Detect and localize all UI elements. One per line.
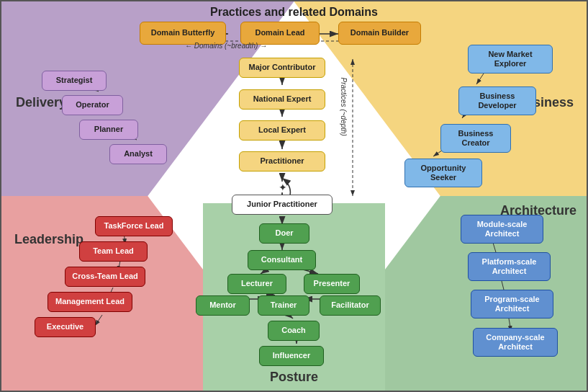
mentor-node: Mentor (196, 295, 250, 316)
practices-label: Practices (~depth) (340, 78, 348, 136)
business-developer-node: Business Developer (458, 86, 536, 115)
main-container: Practices and related Domains Delivery B… (0, 0, 588, 392)
national-expert-node: National Expert (239, 89, 325, 110)
opportunity-seeker-node: Opportunity Seeker (404, 159, 482, 187)
domains-label: ← Domains (~breadth) → (185, 42, 267, 50)
page-title: Practices and related Domains (1, 6, 587, 19)
strategist-node: Strategist (42, 71, 107, 91)
executive-node: Executive (35, 317, 96, 337)
module-architect-node: Module-scale Architect (461, 215, 543, 244)
program-architect-node: Program-scale Architect (471, 290, 553, 318)
practitioner-node: Practitioner (239, 151, 325, 172)
domain-builder-node: Domain Builder (338, 22, 421, 45)
coach-node: Coach (268, 321, 320, 341)
presenter-node: Presenter (304, 274, 360, 294)
consultant-node: Consultant (248, 250, 316, 270)
planner-node: Planner (79, 120, 138, 140)
influencer-node: Influencer (259, 346, 324, 366)
lecturer-node: Lecturer (227, 274, 286, 294)
business-creator-node: Business Creator (440, 124, 511, 153)
taskforce-lead-node: TaskForce Lead (95, 216, 173, 236)
local-expert-node: Local Expert (239, 120, 325, 141)
doer-node: Doer (259, 223, 309, 244)
leadership-label: Leadership (14, 232, 83, 247)
platform-architect-node: Platform-scale Architect (468, 252, 551, 281)
junior-practitioner-node: Junior Practitioner (232, 195, 333, 215)
company-architect-node: Company-scale Architect (473, 328, 558, 357)
analyst-node: Analyst (109, 144, 167, 164)
new-market-explorer-node: New Market Explorer (468, 45, 553, 74)
trainer-node: Trainer (258, 295, 309, 316)
cross-team-lead-node: Cross-Team Lead (65, 267, 145, 287)
facilitator-node: Facilitator (320, 295, 381, 316)
delivery-label: Delivery (16, 95, 66, 110)
operator-node: Operator (62, 95, 123, 115)
team-lead-node: Team Lead (79, 241, 148, 262)
star-icon: ✦ (279, 182, 287, 193)
posture-label: Posture (1, 370, 587, 385)
management-lead-node: Management Lead (48, 292, 132, 312)
major-contributor-node: Major Contributor (239, 58, 325, 78)
